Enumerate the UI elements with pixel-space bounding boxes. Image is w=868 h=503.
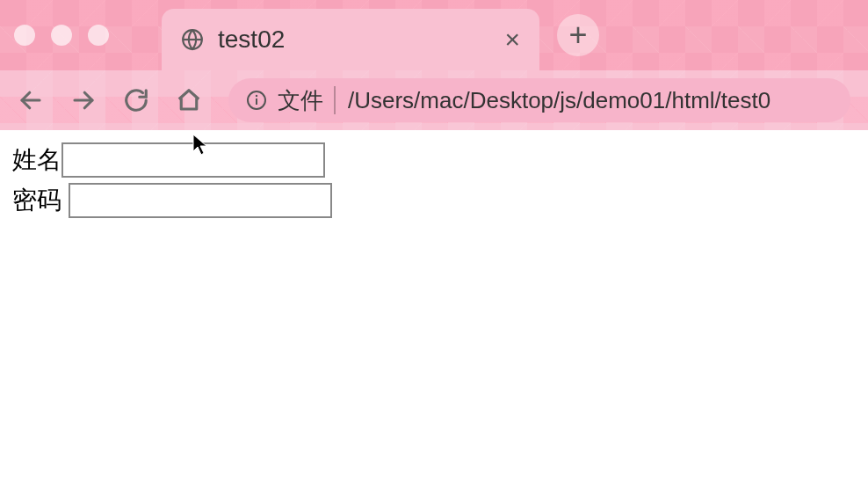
password-input[interactable] <box>69 183 332 218</box>
svg-point-5 <box>256 95 257 97</box>
browser-titlebar: test02 × + <box>0 0 868 70</box>
form-row-password: 密码 <box>12 183 856 218</box>
page-content: 姓名 密码 <box>0 130 868 236</box>
address-scheme-label: 文件 <box>278 85 323 116</box>
window-controls <box>14 25 109 46</box>
password-label: 密码 <box>12 184 61 217</box>
window-close-button[interactable] <box>14 25 35 46</box>
address-path: /Users/mac/Desktop/js/demo01/html/test0 <box>348 87 770 114</box>
window-minimize-button[interactable] <box>51 25 72 46</box>
back-icon[interactable] <box>18 87 44 113</box>
new-tab-button[interactable]: + <box>557 14 599 56</box>
form-row-name: 姓名 <box>12 142 856 178</box>
forward-icon[interactable] <box>70 87 97 113</box>
home-icon[interactable] <box>176 87 202 113</box>
address-divider <box>334 86 336 114</box>
info-icon[interactable] <box>246 90 267 111</box>
browser-toolbar: 文件 /Users/mac/Desktop/js/demo01/html/tes… <box>0 70 868 130</box>
browser-tab[interactable]: test02 × <box>162 9 539 70</box>
name-input[interactable] <box>61 142 325 178</box>
close-icon[interactable]: × <box>504 26 520 53</box>
reload-icon[interactable] <box>123 87 149 113</box>
globe-icon <box>181 28 204 51</box>
window-maximize-button[interactable] <box>88 25 109 46</box>
name-label: 姓名 <box>12 143 61 177</box>
plus-icon: + <box>568 17 587 54</box>
address-bar[interactable]: 文件 /Users/mac/Desktop/js/demo01/html/tes… <box>228 78 850 122</box>
tab-title: test02 <box>218 26 504 54</box>
